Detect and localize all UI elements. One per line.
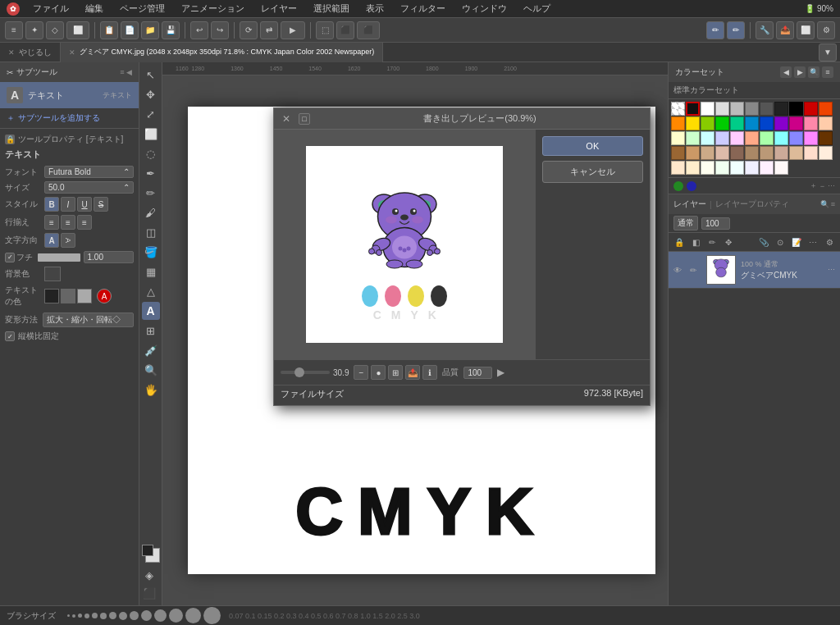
color-cell-14[interactable]	[745, 116, 759, 130]
transform-selector[interactable]: 拡大・縮小・回転◇	[43, 312, 134, 327]
toolbar-btn-7[interactable]: 📁	[141, 21, 159, 39]
align-center[interactable]: ≡	[61, 215, 75, 230]
color-cell-45[interactable]	[715, 161, 729, 175]
color-cell-38[interactable]	[774, 146, 788, 160]
zoom-slider[interactable]	[281, 371, 330, 374]
color-cell-25[interactable]	[745, 131, 759, 145]
color-cell-8[interactable]	[819, 102, 833, 116]
tool-pen[interactable]: ✒	[142, 164, 160, 182]
color-cell-29[interactable]	[804, 131, 818, 145]
color-cell-35[interactable]	[730, 146, 744, 160]
tab-1[interactable]: ✕ やじるし	[0, 43, 61, 62]
tool-select-rect[interactable]: ⬜	[142, 125, 160, 143]
color-cell-37[interactable]	[760, 146, 774, 160]
add-subtool-btn[interactable]: ＋ サブツールを追加する	[0, 108, 139, 128]
color-cell-1[interactable]	[715, 102, 729, 116]
color-cell-13[interactable]	[730, 116, 744, 130]
color-cell-12[interactable]	[715, 116, 729, 130]
zoom-reset[interactable]: ●	[371, 365, 386, 380]
color-cell-10[interactable]	[686, 116, 700, 130]
toolbar-btn-15[interactable]: 🔧	[756, 21, 774, 39]
color-cell-18[interactable]	[804, 116, 818, 130]
tool-zoom[interactable]: 🔍	[142, 361, 160, 379]
toolbar-btn-3[interactable]: ◇	[46, 21, 64, 39]
color-cell-transparent[interactable]	[671, 102, 685, 116]
tool-transform[interactable]: ⤢	[142, 105, 160, 123]
dialog-max-btn[interactable]: □	[299, 113, 310, 125]
color-cell-black[interactable]	[686, 102, 700, 116]
brush-dot-5[interactable]	[92, 613, 98, 618]
brush-dot-2[interactable]	[72, 614, 75, 618]
brush-dot-11[interactable]	[154, 609, 167, 622]
color-cell-36[interactable]	[745, 146, 759, 160]
color-indicator-green[interactable]	[673, 181, 683, 191]
color-cell-19[interactable]	[819, 116, 833, 130]
toolbar-undo[interactable]: ↩	[190, 21, 208, 39]
toolbar-btn-4[interactable]: ⬜	[66, 21, 89, 39]
ratio-checkbox[interactable]: ✓	[5, 331, 15, 341]
font-selector[interactable]: Futura Bold ⌃	[44, 166, 134, 178]
style-btn-italic[interactable]: I	[61, 197, 75, 212]
style-btn-underline[interactable]: U	[77, 197, 92, 212]
tool-gradient[interactable]: ▦	[142, 262, 160, 281]
tool-pencil[interactable]: ✏	[142, 184, 160, 202]
tool-brush[interactable]: 🖌	[142, 203, 160, 221]
bg-color[interactable]	[142, 545, 153, 556]
toolbar-btn-2[interactable]: ✦	[25, 21, 43, 39]
color-cell-33[interactable]	[701, 146, 714, 160]
toolbar-btn-11[interactable]: ▶	[281, 21, 305, 39]
color-cell-47[interactable]	[745, 161, 759, 175]
color-cell-39[interactable]	[789, 146, 803, 160]
toolbar-btn-17[interactable]: ⬜	[797, 21, 815, 39]
tab-1-close[interactable]: ✕	[8, 48, 15, 57]
toolbar-btn-9[interactable]: ⟳	[240, 21, 258, 39]
toolbar-btn-6[interactable]: 📄	[121, 21, 139, 39]
layer-more[interactable]: ⋯	[806, 235, 820, 249]
color-set-search[interactable]: 🔍	[808, 66, 819, 78]
color-cell-21[interactable]	[686, 131, 700, 145]
color-cell-42[interactable]	[671, 161, 685, 175]
color-cell-27[interactable]	[774, 131, 788, 145]
toolbar-btn-5[interactable]: 📋	[100, 21, 118, 39]
menu-edit[interactable]: 編集	[82, 1, 107, 16]
fuchi-checkbox[interactable]: ✓	[5, 253, 15, 262]
color-cell-2[interactable]	[730, 102, 744, 116]
direction-v[interactable]: A	[61, 233, 75, 248]
toolbar-btn-16[interactable]: 📤	[776, 21, 794, 39]
color-cell-23[interactable]	[715, 131, 729, 145]
color-cell-6[interactable]	[789, 102, 803, 116]
color-cell-20[interactable]	[671, 131, 685, 145]
dialog-ok-btn[interactable]: OK	[542, 136, 643, 156]
zoom-fit[interactable]: ⊞	[388, 365, 403, 380]
zoom-slider-thumb[interactable]	[294, 367, 304, 377]
color-cell-44[interactable]	[701, 161, 714, 175]
layer-lock-btn[interactable]: 🔒	[672, 235, 687, 249]
color-cell-48[interactable]	[760, 161, 774, 175]
color-remove-btn[interactable]: −	[820, 182, 824, 190]
color-cell-43[interactable]	[686, 161, 700, 175]
color-cell-16[interactable]	[774, 116, 788, 130]
layer-lock-transparency[interactable]: ◧	[688, 235, 703, 249]
color-cell-5[interactable]	[774, 102, 788, 116]
tool-extra-2[interactable]: ⬛	[140, 584, 158, 602]
color-cell-31[interactable]	[671, 146, 685, 160]
toolbar-btn-10[interactable]: ⇄	[260, 21, 278, 39]
layer-settings[interactable]: ⚙	[822, 235, 837, 249]
brush-dot-1[interactable]	[67, 614, 70, 617]
tool-move[interactable]: ✥	[142, 85, 160, 103]
menu-page[interactable]: ページ管理	[116, 1, 168, 16]
color-cell-0[interactable]	[701, 102, 714, 116]
toolbar-redo[interactable]: ↪	[211, 21, 229, 39]
color-cell-17[interactable]	[789, 116, 803, 130]
tool-extra-1[interactable]: ◈	[140, 566, 158, 584]
brush-dot-8[interactable]	[119, 612, 127, 620]
tool-text[interactable]: A	[142, 302, 160, 320]
tool-figure[interactable]: △	[142, 282, 160, 300]
color-cell-46[interactable]	[730, 161, 744, 175]
color-cell-22[interactable]	[701, 131, 714, 145]
menu-help[interactable]: ヘルプ	[520, 1, 554, 16]
brush-dot-4[interactable]	[84, 614, 89, 618]
direction-h[interactable]: A	[44, 233, 59, 248]
color-cell-49[interactable]	[774, 161, 788, 175]
color-indicator-blue[interactable]	[687, 181, 696, 191]
